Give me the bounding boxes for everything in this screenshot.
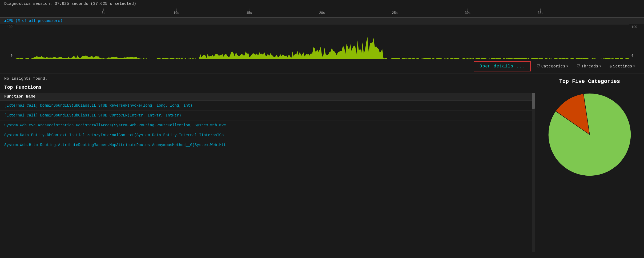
scrollbar-thumb[interactable] [532, 93, 535, 109]
categories-button[interactable]: ⛉ Categories ▼ [534, 63, 571, 70]
main-content: No insights found. Top Functions Functio… [0, 74, 644, 252]
cpu-y-axis-right: 100 0 [629, 24, 644, 59]
top-functions-title: Top Functions [0, 84, 535, 93]
categories-chevron-icon: ▼ [566, 65, 568, 68]
left-panel: No insights found. Top Functions Functio… [0, 74, 535, 252]
scrollbar-track[interactable] [532, 93, 535, 252]
ruler-tick-25s: 25s [392, 9, 398, 15]
toolbar-row: Open details ... ⛉ Categories ▼ ⛉ Thread… [0, 59, 644, 74]
function-rows: [External Call] DomainBoundILStubClass.I… [0, 101, 535, 150]
threads-filter-icon: ⛉ [577, 64, 580, 68]
cpu-y-min-right: 0 [631, 54, 642, 58]
ruler-tick-5s: 5s [102, 9, 105, 15]
settings-chevron-icon: ▼ [633, 65, 635, 68]
open-details-button[interactable]: Open details ... [474, 61, 531, 71]
cpu-y-axis-left: 100 0 [0, 24, 15, 59]
function-name-header: Function Name [0, 93, 535, 101]
right-panel: Top Five Categories [535, 74, 644, 252]
function-row-4[interactable]: System.Web.Http.Routing.AttributeRouting… [0, 140, 535, 150]
ruler-tick-15s: 15s [246, 9, 252, 15]
cpu-graph [15, 24, 629, 59]
scrollable-list: Function Name [External Call] DomainBoun… [0, 93, 535, 252]
threads-chevron-icon: ▼ [599, 65, 601, 68]
settings-button[interactable]: ⚙ Settings ▼ [607, 63, 638, 70]
ruler-tick-20s: 20s [319, 9, 325, 15]
no-insights-text: No insights found. [0, 74, 535, 84]
function-row-0[interactable]: [External Call] DomainBoundILStubClass.I… [0, 101, 535, 111]
cpu-y-max: 100 [2, 25, 13, 29]
function-row-1[interactable]: [External Call] DomainBoundILStubClass.I… [0, 111, 535, 120]
function-row-3[interactable]: System.Data.Entity.DbContext.InitializeL… [0, 130, 535, 140]
ruler-tick-10s: 10s [174, 9, 179, 15]
header-bar: Diagnostics session: 37.625 seconds (37.… [0, 0, 644, 8]
pie-chart-container [544, 89, 635, 180]
ruler-inner: 5s10s15s20s25s30s35s [31, 8, 613, 17]
top-five-title: Top Five Categories [559, 78, 620, 85]
cpu-y-min: 0 [2, 54, 13, 58]
threads-button[interactable]: ⛉ Threads ▼ [574, 63, 604, 70]
function-row-2[interactable]: System.Web.Mvc.AreaRegistration.Register… [0, 120, 535, 130]
categories-filter-icon: ⛉ [537, 64, 540, 68]
cpu-section: ▲CPU (% of all processors) 100 0 100 0 [0, 18, 644, 59]
cpu-header: ▲CPU (% of all processors) [0, 18, 644, 24]
cpu-label: ▲CPU (% of all processors) [4, 19, 62, 23]
ruler-tick-35s: 35s [538, 9, 544, 15]
ruler-tick-30s: 30s [465, 9, 471, 15]
cpu-y-max-right: 100 [631, 25, 642, 29]
timeline-ruler: 5s10s15s20s25s30s35s [0, 8, 644, 18]
header-title: Diagnostics session: 37.625 seconds (37.… [4, 2, 136, 6]
settings-gear-icon: ⚙ [610, 64, 612, 69]
cpu-graph-container: 100 0 100 0 [0, 24, 644, 59]
